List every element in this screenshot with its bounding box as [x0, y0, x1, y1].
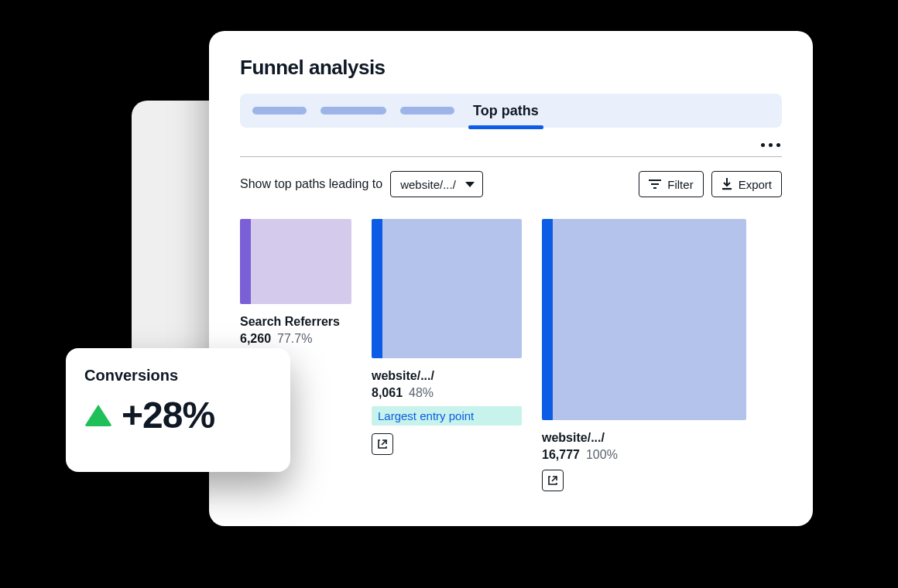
funnel-step-stats: 16,777100%	[542, 448, 746, 462]
funnel-step-stats: 8,06148%	[372, 386, 522, 400]
triangle-up-icon	[84, 405, 112, 426]
divider	[240, 156, 782, 157]
path-selector[interactable]: website/.../	[390, 171, 483, 197]
largest-entry-badge: Largest entry point	[372, 406, 522, 426]
funnel-step-percent: 100%	[586, 448, 618, 461]
leading-to-label: Show top paths leading to	[240, 177, 382, 191]
funnel-step-percent: 77.7%	[277, 332, 312, 345]
external-link-icon	[377, 439, 388, 450]
more-menu-button[interactable]	[759, 138, 782, 152]
tab-bar-spacer	[557, 107, 769, 115]
bar-body	[251, 219, 351, 304]
export-label: Export	[739, 178, 772, 191]
funnel-bar	[240, 219, 351, 304]
bar-body	[553, 219, 746, 420]
external-link-icon	[547, 475, 558, 486]
conversions-title: Conversions	[84, 367, 272, 385]
funnel-step: Search Referrers6,26077.7%	[240, 219, 351, 346]
funnel-chart: Search Referrers6,26077.7%website/.../8,…	[240, 219, 782, 491]
tab-bar: Top paths	[240, 94, 782, 128]
download-icon	[721, 178, 732, 190]
funnel-step-count: 16,777	[542, 448, 580, 461]
funnel-step-label: Search Referrers	[240, 315, 351, 329]
svg-rect-1	[651, 183, 659, 185]
tab-underline	[468, 125, 543, 129]
tab-label: Top paths	[473, 103, 539, 119]
controls-row: Show top paths leading to website/.../ F…	[240, 171, 782, 197]
funnel-step: website/.../16,777100%	[542, 219, 746, 491]
conversions-card: Conversions +28%	[66, 348, 290, 472]
funnel-step-count: 8,061	[372, 386, 403, 399]
tab-top-paths[interactable]: Top paths	[468, 94, 543, 128]
conversions-delta: +28%	[122, 394, 214, 436]
funnel-step-label: website/.../	[542, 431, 746, 445]
funnel-step-label: website/.../	[372, 369, 522, 383]
tab-placeholder[interactable]	[252, 107, 307, 115]
tab-placeholder[interactable]	[320, 107, 386, 115]
svg-rect-3	[722, 188, 732, 190]
bar-accent	[240, 219, 251, 304]
open-link-button[interactable]	[542, 470, 564, 491]
page-title: Funnel analysis	[240, 56, 782, 80]
bar-body	[382, 219, 522, 358]
funnel-bar	[372, 219, 522, 358]
funnel-step-stats: 6,26077.7%	[240, 332, 351, 346]
filter-button[interactable]: Filter	[639, 171, 703, 197]
bar-accent	[372, 219, 382, 358]
path-selector-value: website/.../	[400, 178, 456, 191]
funnel-step-count: 6,260	[240, 332, 271, 345]
filter-label: Filter	[667, 178, 693, 191]
funnel-bar	[542, 219, 746, 420]
bar-accent	[542, 219, 553, 420]
svg-rect-2	[653, 187, 656, 189]
funnel-step-percent: 48%	[409, 386, 434, 399]
filter-icon	[649, 179, 661, 190]
tab-placeholder[interactable]	[400, 107, 454, 115]
export-button[interactable]: Export	[711, 171, 782, 197]
open-link-button[interactable]	[372, 433, 393, 455]
chevron-down-icon	[465, 182, 475, 187]
svg-rect-0	[649, 179, 661, 181]
funnel-analysis-card: Funnel analysis Top paths Show top paths…	[209, 31, 813, 526]
funnel-step: website/.../8,06148%Largest entry point	[372, 219, 522, 455]
